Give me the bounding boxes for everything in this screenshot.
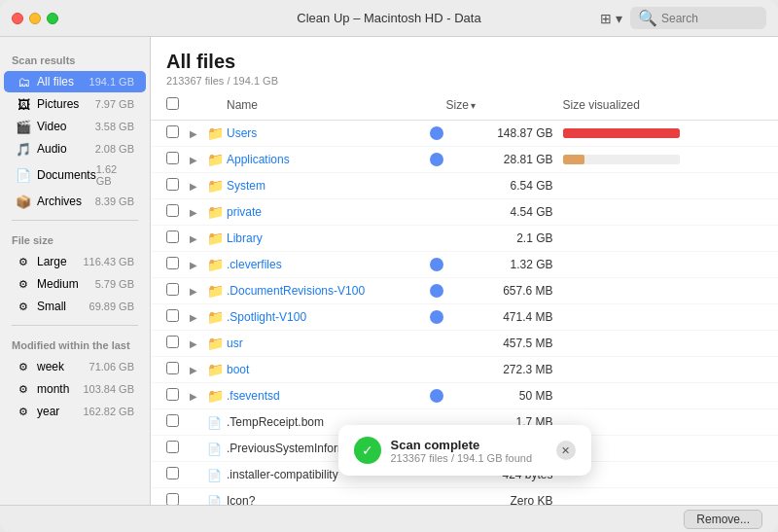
sidebar-item-week[interactable]: ⚙ week 71.06 GB bbox=[4, 356, 146, 377]
row-checkbox[interactable] bbox=[166, 151, 190, 168]
file-checkbox[interactable] bbox=[166, 388, 179, 401]
grid-icon[interactable]: ⊞ ▾ bbox=[600, 11, 622, 26]
file-checkbox[interactable] bbox=[166, 309, 179, 322]
size-label: Size bbox=[446, 98, 469, 112]
info-indicator[interactable] bbox=[427, 258, 446, 271]
row-checkbox[interactable] bbox=[166, 282, 190, 300]
file-icon: 📁 bbox=[207, 152, 227, 167]
file-name[interactable]: .fseventsd bbox=[227, 389, 427, 403]
header-check[interactable] bbox=[166, 96, 190, 114]
expand-arrow[interactable]: ▶ bbox=[190, 207, 207, 218]
expand-arrow[interactable]: ▶ bbox=[190, 391, 207, 402]
file-name[interactable]: boot bbox=[227, 363, 427, 376]
expand-arrow[interactable]: ▶ bbox=[190, 233, 207, 244]
header-size[interactable]: Size ▾ bbox=[446, 98, 553, 112]
file-icon: 📁 bbox=[207, 204, 227, 220]
row-checkbox[interactable] bbox=[166, 203, 190, 221]
info-indicator[interactable] bbox=[427, 310, 446, 324]
file-checkbox[interactable] bbox=[166, 414, 179, 427]
expand-arrow[interactable]: ▶ bbox=[190, 260, 207, 270]
info-indicator[interactable] bbox=[427, 153, 446, 166]
sort-arrow-icon: ▾ bbox=[471, 100, 476, 111]
row-checkbox[interactable] bbox=[166, 440, 190, 457]
expand-arrow[interactable]: ▶ bbox=[190, 128, 207, 139]
file-icon: 📄 bbox=[207, 414, 227, 430]
file-checkbox[interactable] bbox=[166, 493, 179, 505]
file-size: 6.54 GB bbox=[446, 179, 553, 193]
file-name[interactable]: Library bbox=[227, 231, 427, 245]
file-checkbox[interactable] bbox=[166, 441, 179, 453]
scan-close-button[interactable]: ✕ bbox=[556, 441, 576, 460]
row-checkbox[interactable] bbox=[166, 256, 190, 273]
sidebar-item-small[interactable]: ⚙ Small 69.89 GB bbox=[4, 296, 146, 317]
file-checkbox[interactable] bbox=[166, 204, 179, 217]
archives-label: Archives bbox=[37, 195, 95, 208]
file-checkbox[interactable] bbox=[166, 336, 179, 348]
info-indicator[interactable] bbox=[427, 389, 446, 403]
sidebar-item-audio[interactable]: 🎵 Audio 2.08 GB bbox=[4, 138, 146, 160]
file-name[interactable]: Applications bbox=[227, 153, 427, 166]
year-icon: ⚙ bbox=[16, 404, 31, 419]
fullscreen-button[interactable] bbox=[47, 13, 58, 24]
sidebar-item-month[interactable]: ⚙ month 103.84 GB bbox=[4, 378, 146, 400]
row-checkbox[interactable] bbox=[166, 492, 190, 505]
sidebar-item-large[interactable]: ⚙ Large 116.43 GB bbox=[4, 251, 146, 272]
file-name[interactable]: System bbox=[227, 179, 427, 193]
search-box[interactable]: 🔍 bbox=[630, 7, 766, 29]
file-name[interactable]: usr bbox=[227, 337, 427, 350]
expand-arrow[interactable]: ▶ bbox=[190, 365, 207, 375]
file-name[interactable]: private bbox=[227, 205, 427, 219]
close-button[interactable] bbox=[12, 13, 23, 24]
expand-arrow[interactable]: ▶ bbox=[190, 312, 207, 323]
file-name[interactable]: Icon? bbox=[227, 494, 427, 505]
file-name[interactable]: Users bbox=[227, 126, 427, 140]
expand-arrow[interactable]: ▶ bbox=[190, 286, 207, 297]
header-name[interactable]: Name bbox=[227, 98, 427, 112]
file-name[interactable]: .DocumentRevisions-V100 bbox=[227, 284, 427, 298]
scan-title: Scan complete bbox=[391, 438, 533, 452]
remove-button[interactable]: Remove... bbox=[684, 510, 762, 529]
pictures-label: Pictures bbox=[37, 97, 95, 111]
file-checkbox[interactable] bbox=[166, 362, 179, 374]
sidebar-item-all-files[interactable]: 🗂 All files 194.1 GB bbox=[4, 71, 146, 92]
file-checkbox[interactable] bbox=[166, 467, 179, 479]
minimize-button[interactable] bbox=[29, 13, 41, 24]
file-checkbox[interactable] bbox=[166, 178, 179, 191]
search-input[interactable] bbox=[661, 12, 759, 25]
row-checkbox[interactable] bbox=[166, 177, 190, 195]
sidebar-item-year[interactable]: ⚙ year 162.82 GB bbox=[4, 401, 146, 422]
sidebar-item-medium[interactable]: ⚙ Medium 5.79 GB bbox=[4, 273, 146, 295]
row-checkbox[interactable] bbox=[166, 124, 190, 142]
file-checkbox[interactable] bbox=[166, 152, 179, 164]
row-checkbox[interactable] bbox=[166, 335, 190, 352]
select-all-checkbox[interactable] bbox=[166, 97, 179, 110]
file-checkbox[interactable] bbox=[166, 231, 179, 243]
large-size: 116.43 GB bbox=[83, 256, 134, 267]
info-indicator[interactable] bbox=[427, 126, 446, 140]
info-indicator[interactable] bbox=[427, 284, 446, 298]
row-checkbox[interactable] bbox=[166, 361, 190, 378]
file-icon: 📁 bbox=[207, 283, 227, 299]
file-icon: 📄 bbox=[207, 467, 227, 482]
expand-arrow[interactable]: ▶ bbox=[190, 181, 207, 192]
row-checkbox[interactable] bbox=[166, 230, 190, 247]
sidebar-item-video[interactable]: 🎬 Video 3.58 GB bbox=[4, 116, 146, 137]
sidebar-item-documents[interactable]: 📄 Documents 1.62 GB bbox=[4, 160, 146, 190]
row-checkbox[interactable] bbox=[166, 413, 190, 431]
row-checkbox[interactable] bbox=[166, 466, 190, 483]
size-sort-control[interactable]: Size ▾ bbox=[446, 98, 553, 112]
expand-arrow[interactable]: ▶ bbox=[190, 338, 207, 349]
file-name[interactable]: .cleverfiles bbox=[227, 258, 427, 271]
expand-arrow[interactable]: ▶ bbox=[190, 155, 207, 165]
file-checkbox[interactable] bbox=[166, 257, 179, 269]
file-checkbox[interactable] bbox=[166, 125, 179, 138]
row-checkbox[interactable] bbox=[166, 308, 190, 326]
table-row: ▶ 📁 private 4.54 GB bbox=[151, 199, 778, 226]
year-size: 162.82 GB bbox=[83, 406, 134, 417]
file-name[interactable]: .Spotlight-V100 bbox=[227, 310, 427, 324]
file-checkbox[interactable] bbox=[166, 283, 179, 296]
large-icon: ⚙ bbox=[16, 254, 31, 269]
row-checkbox[interactable] bbox=[166, 387, 190, 405]
sidebar-item-pictures[interactable]: 🖼 Pictures 7.97 GB bbox=[4, 93, 146, 115]
sidebar-item-archives[interactable]: 📦 Archives 8.39 GB bbox=[4, 191, 146, 212]
